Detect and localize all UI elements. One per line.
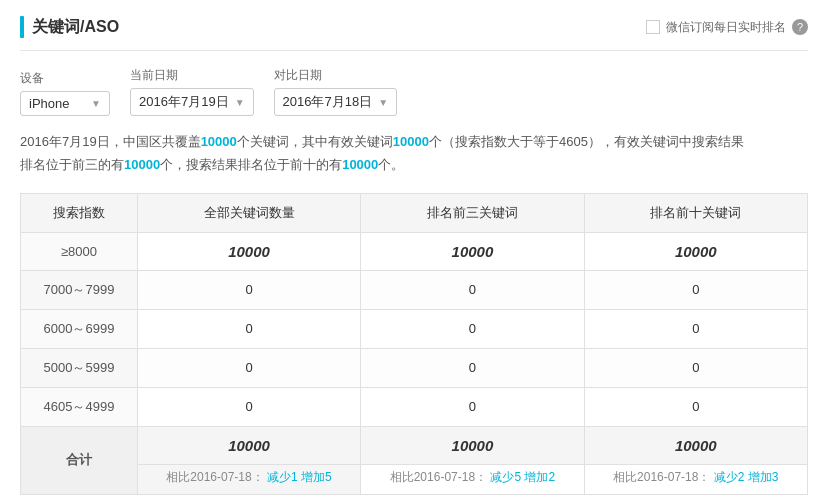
summary-text2: 个关键词，其中有效关键词 (237, 134, 393, 149)
current-date-arrow-icon: ▼ (235, 97, 245, 108)
cell-all: 0 (137, 270, 360, 309)
total-all: 10000 (137, 426, 360, 464)
table-row: 6000～6999 0 0 0 (21, 309, 808, 348)
cell-top10: 10000 (584, 232, 807, 270)
cell-top3: 0 (361, 387, 584, 426)
table-row: 5000～5999 0 0 0 (21, 348, 808, 387)
cell-top3: 0 (361, 270, 584, 309)
table-row: 7000～7999 0 0 0 (21, 270, 808, 309)
table-row: ≥8000 10000 10000 10000 (21, 232, 808, 270)
summary-text1: 2016年7月19日，中国区共覆盖 (20, 134, 201, 149)
total-top3: 10000 (361, 426, 584, 464)
device-select[interactable]: iPhone ▼ (20, 91, 110, 116)
total-row: 合计 10000 10000 10000 (21, 426, 808, 464)
total-top10: 10000 (584, 426, 807, 464)
title-bar: 关键词/ASO (20, 16, 119, 38)
device-label: 设备 (20, 70, 110, 87)
cell-top3: 0 (361, 309, 584, 348)
compare-date-value: 2016年7月18日 (283, 93, 373, 111)
cell-top10: 0 (584, 270, 807, 309)
cell-range: 5000～5999 (21, 348, 138, 387)
device-filter-group: 设备 iPhone ▼ (20, 70, 110, 116)
col-header-top3: 排名前三关键词 (361, 193, 584, 232)
cell-top10: 0 (584, 387, 807, 426)
cell-top3: 0 (361, 348, 584, 387)
current-date-filter-group: 当前日期 2016年7月19日 ▼ (130, 67, 254, 116)
summary-text3: 个（搜索指数大于等于4605），有效关键词中搜索结果 (429, 134, 744, 149)
cell-all: 0 (137, 309, 360, 348)
subscribe-label: 微信订阅每日实时排名 (666, 19, 786, 36)
data-table: 搜索指数 全部关键词数量 排名前三关键词 排名前十关键词 ≥8000 10000… (20, 193, 808, 495)
cell-top10: 0 (584, 348, 807, 387)
cell-all: 10000 (137, 232, 360, 270)
total-label: 合计 (21, 426, 138, 494)
compare-date-select[interactable]: 2016年7月18日 ▼ (274, 88, 398, 116)
cell-range: 7000～7999 (21, 270, 138, 309)
help-icon[interactable]: ? (792, 19, 808, 35)
summary-text4: 排名位于前三的有 (20, 157, 124, 172)
compare-date-label: 对比日期 (274, 67, 398, 84)
col-header-all: 全部关键词数量 (137, 193, 360, 232)
compare-col3: 相比2016-07-18： 减少2 增加3 (584, 464, 807, 494)
cell-range: ≥8000 (21, 232, 138, 270)
table-row: 4605～4999 0 0 0 (21, 387, 808, 426)
summary-text5: 个，搜索结果排名位于前十的有 (160, 157, 342, 172)
cell-all: 0 (137, 387, 360, 426)
filters: 设备 iPhone ▼ 当前日期 2016年7月19日 ▼ 对比日期 2016年… (20, 67, 808, 116)
compare-date-arrow-icon: ▼ (378, 97, 388, 108)
col-header-range: 搜索指数 (21, 193, 138, 232)
summary-val2: 10000 (393, 134, 429, 149)
title-accent (20, 16, 24, 38)
cell-top3: 10000 (361, 232, 584, 270)
current-date-value: 2016年7月19日 (139, 93, 229, 111)
page-title: 关键词/ASO (32, 17, 119, 38)
summary-text6: 个。 (378, 157, 404, 172)
summary-val1: 10000 (201, 134, 237, 149)
cell-top10: 0 (584, 309, 807, 348)
compare-col2: 相比2016-07-18： 减少5 增加2 (361, 464, 584, 494)
subscribe-checkbox[interactable] (646, 20, 660, 34)
cell-range: 4605～4999 (21, 387, 138, 426)
col-header-top10: 排名前十关键词 (584, 193, 807, 232)
cell-all: 0 (137, 348, 360, 387)
compare-col1: 相比2016-07-18： 减少1 增加5 (137, 464, 360, 494)
summary-val3: 10000 (124, 157, 160, 172)
current-date-label: 当前日期 (130, 67, 254, 84)
current-date-select[interactable]: 2016年7月19日 ▼ (130, 88, 254, 116)
subscribe-area: 微信订阅每日实时排名 ? (646, 19, 808, 36)
compare-row: 相比2016-07-18： 减少1 增加5 相比2016-07-18： 减少5 … (21, 464, 808, 494)
device-arrow-icon: ▼ (91, 98, 101, 109)
cell-range: 6000～6999 (21, 309, 138, 348)
device-value: iPhone (29, 96, 69, 111)
summary-val4: 10000 (342, 157, 378, 172)
compare-date-filter-group: 对比日期 2016年7月18日 ▼ (274, 67, 398, 116)
summary-text: 2016年7月19日，中国区共覆盖10000个关键词，其中有效关键词10000个… (20, 130, 808, 177)
